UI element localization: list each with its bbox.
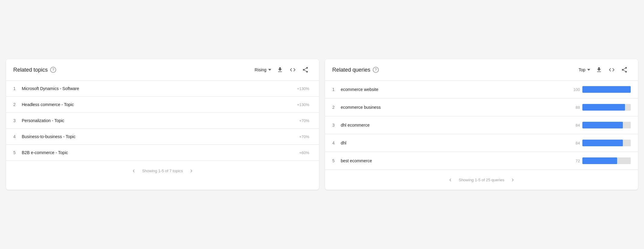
bar-track: [582, 140, 631, 146]
download-icon[interactable]: [593, 65, 605, 75]
pagination-text: Showing 1-5 of 7 topics: [142, 169, 183, 173]
help-icon[interactable]: ?: [50, 67, 56, 73]
help-icon[interactable]: ?: [373, 67, 379, 73]
bar-container: [582, 104, 631, 111]
item-number: 2: [13, 102, 22, 107]
related-topics-title: Related topics: [13, 67, 48, 73]
bar-container: [582, 86, 631, 93]
list-item: 4dhl84: [325, 134, 638, 152]
related-topics-filter-dropdown[interactable]: Rising: [252, 66, 274, 73]
item-value: +70%: [299, 118, 309, 123]
related-queries-header: Related queries?Top: [325, 59, 638, 81]
bar-fill: [582, 122, 623, 128]
item-value: 84: [576, 123, 580, 128]
item-number: 4: [13, 134, 22, 139]
item-number: 3: [332, 123, 341, 128]
bar-container: [582, 140, 631, 146]
item-value: +130%: [297, 86, 309, 91]
bar-container: [582, 157, 631, 164]
bar-track: [582, 86, 631, 93]
item-value: +70%: [299, 134, 309, 139]
item-label[interactable]: dhl: [341, 141, 576, 145]
panel-related-queries: Related queries?Top1ecommerce website100…: [325, 59, 638, 190]
list-item: 5B2B e-commerce - Topic+60%: [6, 145, 319, 160]
item-label[interactable]: B2B e-commerce - Topic: [22, 150, 299, 155]
item-value: +130%: [297, 102, 309, 107]
item-value: 84: [576, 141, 580, 145]
related-queries-body: 1ecommerce website1002ecommerce business…: [325, 81, 638, 170]
share-icon[interactable]: [618, 65, 631, 75]
related-queries-filter-dropdown[interactable]: Top: [576, 66, 593, 73]
chevron-down-icon: [587, 69, 590, 71]
related-topics-header: Related topics?Rising: [6, 59, 319, 81]
item-label[interactable]: dhl ecommerce: [341, 123, 576, 128]
list-item: 2Headless commerce - Topic+130%: [6, 97, 319, 113]
panel-related-topics: Related topics?Rising1Microsoft Dynamics…: [6, 59, 319, 190]
item-label[interactable]: best ecommerce: [341, 158, 576, 163]
item-number: 2: [332, 105, 341, 110]
bar-container: [582, 122, 631, 128]
list-item: 4Business-to-business - Topic+70%: [6, 129, 319, 145]
item-label[interactable]: ecommerce website: [341, 87, 573, 92]
list-item: 2ecommerce business88: [325, 99, 638, 116]
filter-label: Rising: [255, 67, 266, 72]
next-page-button[interactable]: ›: [509, 175, 516, 185]
item-number: 3: [13, 118, 22, 123]
related-queries-title: Related queries: [332, 67, 370, 73]
bar-track: [582, 122, 631, 128]
bar-fill: [582, 86, 631, 93]
bar-fill: [582, 157, 617, 164]
embed-icon[interactable]: [286, 65, 299, 75]
prev-page-button[interactable]: ‹: [130, 166, 137, 176]
item-number: 4: [332, 141, 341, 145]
bar-fill: [582, 140, 623, 146]
item-value: 88: [576, 105, 580, 110]
bar-track: [582, 104, 631, 111]
item-label[interactable]: Microsoft Dynamics - Software: [22, 86, 297, 91]
related-topics-footer: ‹Showing 1-5 of 7 topics›: [6, 160, 319, 181]
related-topics-body: 1Microsoft Dynamics - Software+130%2Head…: [6, 81, 319, 160]
chevron-down-icon: [268, 69, 271, 71]
item-number: 1: [332, 87, 341, 92]
item-label[interactable]: Business-to-business - Topic: [22, 134, 299, 139]
item-label[interactable]: ecommerce business: [341, 105, 576, 110]
bar-fill: [582, 104, 625, 111]
list-item: 5best ecommerce72: [325, 152, 638, 170]
item-number: 5: [332, 158, 341, 163]
related-queries-footer: ‹Showing 1-5 of 25 queries›: [325, 170, 638, 190]
item-label[interactable]: Personalization - Topic: [22, 118, 299, 123]
filter-label: Top: [578, 67, 585, 72]
list-item: 1Microsoft Dynamics - Software+130%: [6, 81, 319, 97]
item-number: 1: [13, 86, 22, 91]
list-item: 3Personalization - Topic+70%: [6, 113, 319, 129]
list-item: 3dhl ecommerce84: [325, 116, 638, 134]
download-icon[interactable]: [274, 65, 286, 75]
item-value: 72: [576, 159, 580, 163]
item-value: +60%: [299, 150, 309, 155]
item-label[interactable]: Headless commerce - Topic: [22, 102, 297, 107]
panels-container: Related topics?Rising1Microsoft Dynamics…: [6, 59, 638, 190]
embed-icon[interactable]: [605, 65, 618, 75]
item-value: 100: [573, 87, 580, 92]
next-page-button[interactable]: ›: [188, 166, 195, 176]
pagination-text: Showing 1-5 of 25 queries: [459, 178, 504, 182]
prev-page-button[interactable]: ‹: [447, 175, 454, 185]
share-icon[interactable]: [299, 65, 312, 75]
bar-track: [582, 157, 631, 164]
item-number: 5: [13, 150, 22, 155]
list-item: 1ecommerce website100: [325, 81, 638, 99]
